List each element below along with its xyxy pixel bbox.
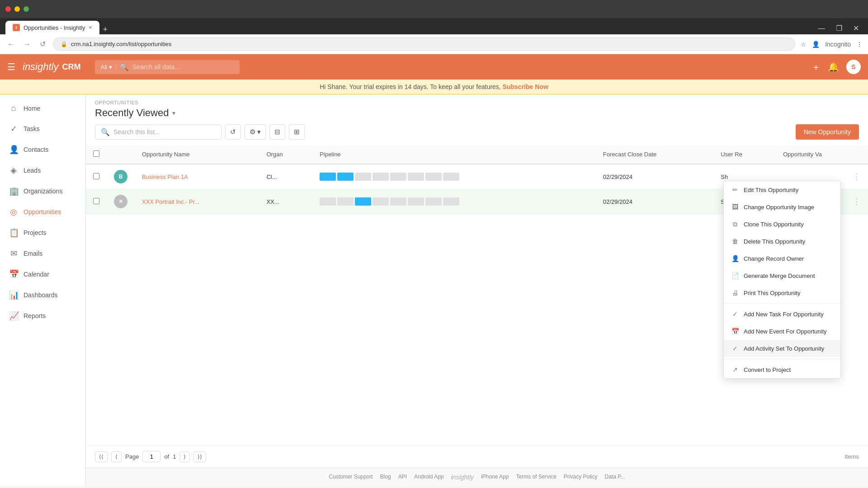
footer-terms[interactable]: Terms of Service	[516, 474, 556, 481]
sidebar-item-leads[interactable]: ◈ Leads	[0, 160, 85, 181]
col-close-date[interactable]: Forecast Close Date	[596, 145, 713, 164]
url-bar[interactable]: 🔒 crm.na1.insightly.com/list/opportuniti…	[53, 38, 795, 51]
add-event-icon: 📅	[731, 327, 739, 335]
menu-add-event[interactable]: 📅 Add New Event For Opportunity	[724, 323, 840, 340]
menu-edit-opportunity[interactable]: ✏ Edit This Opportunity	[724, 181, 840, 198]
new-tab-btn[interactable]: +	[99, 25, 112, 34]
refresh-list-btn[interactable]: ↺	[225, 124, 241, 140]
prev-page-btn[interactable]: ⟨	[111, 451, 122, 462]
subscribe-link[interactable]: Subscribe Now	[503, 83, 548, 90]
global-search-input[interactable]	[132, 63, 223, 70]
url-text: crm.na1.insightly.com/list/opportunities	[71, 41, 788, 47]
row-actions-btn[interactable]: ⋮	[853, 172, 861, 182]
user-avatar[interactable]: S	[846, 60, 861, 74]
pip-seg-3	[355, 173, 371, 181]
footer-logo: insightly	[451, 474, 474, 481]
menu-change-owner-label: Change Record Owner	[744, 255, 804, 262]
row-checkbox[interactable]	[93, 173, 99, 179]
menu-print-label: Print This Opportunity	[744, 290, 800, 296]
profile-icon[interactable]: 👤	[812, 41, 820, 48]
tab-close-btn[interactable]: ×	[89, 24, 92, 31]
menu-convert[interactable]: ↗ Convert to Project	[724, 361, 840, 378]
footer-android[interactable]: Android App	[414, 474, 443, 481]
last-page-btn[interactable]: ⟩⟩	[193, 451, 206, 462]
sidebar-item-dashboards[interactable]: 📊 Dashboards	[0, 285, 85, 305]
sidebar-item-reports[interactable]: 📈 Reports	[0, 305, 85, 326]
sidebar-item-organizations[interactable]: 🏢 Organizations	[0, 181, 85, 202]
select-all-checkbox[interactable]	[93, 150, 99, 157]
menu-change-owner[interactable]: 👤 Change Record Owner	[724, 250, 840, 267]
forward-btn[interactable]: →	[22, 38, 33, 50]
sidebar-item-emails[interactable]: ✉ Emails	[0, 243, 85, 264]
col-select-all[interactable]	[86, 145, 107, 164]
back-btn[interactable]: ←	[5, 38, 16, 50]
menu-add-task[interactable]: ✓ Add New Task For Opportunity	[724, 305, 840, 323]
menu-delete[interactable]: 🗑 Delete This Opportunity	[724, 233, 840, 250]
pip-seg-7	[425, 173, 442, 181]
first-page-btn[interactable]: ⟨⟨	[95, 451, 108, 462]
win-min-btn[interactable]	[14, 6, 20, 12]
add-icon[interactable]: ＋	[811, 61, 821, 73]
sidebar-item-tasks[interactable]: ✓ Tasks	[0, 118, 85, 139]
sidebar-item-opportunities[interactable]: ◎ Opportunities	[0, 202, 85, 222]
logo-text: insightly	[23, 61, 58, 73]
col-pipeline[interactable]: Pipeline	[312, 145, 595, 164]
menu-add-task-label: Add New Task For Opportunity	[744, 311, 824, 318]
next-page-btn[interactable]: ⟩	[179, 451, 190, 462]
menu-print[interactable]: 🖨 Print This Opportunity	[724, 284, 840, 301]
col-opportunity-name[interactable]: Opportunity Name	[135, 145, 259, 164]
row-close-date-cell: 02/29/2024	[596, 164, 713, 189]
pip-seg-5	[390, 173, 406, 181]
opportunities-icon: ◎	[9, 207, 18, 217]
win-close-btn[interactable]	[5, 6, 11, 12]
sidebar-opportunities-label: Opportunities	[24, 208, 61, 216]
opportunity-name-link[interactable]: Business Plan 1A	[142, 174, 188, 180]
menu-add-activity[interactable]: ✓ Add Activity Set To Opportunity	[724, 340, 840, 357]
search-all-btn[interactable]: All ▾	[100, 64, 116, 70]
win-minimize-btn[interactable]: —	[814, 23, 829, 34]
menu-icon[interactable]: ⋮	[856, 41, 863, 48]
trial-text: Hi Shane. Your trial expires in 14 days.…	[320, 83, 501, 90]
hamburger-btn[interactable]: ☰	[7, 61, 15, 72]
view-dropdown-btn[interactable]: ▾	[172, 109, 175, 117]
menu-add-activity-label: Add Activity Set To Opportunity	[744, 345, 824, 352]
notifications-icon[interactable]: 🔔	[828, 61, 839, 72]
columns-btn[interactable]: ⊞	[289, 124, 305, 140]
sidebar-tasks-label: Tasks	[24, 125, 40, 132]
contacts-icon: 👤	[9, 145, 18, 155]
footer-data[interactable]: Data P...	[605, 474, 625, 481]
footer-privacy[interactable]: Privacy Policy	[564, 474, 598, 481]
sidebar-item-projects[interactable]: 📋 Projects	[0, 222, 85, 243]
search-list[interactable]: 🔍	[95, 125, 222, 140]
search-list-input[interactable]	[113, 128, 204, 136]
settings-btn[interactable]: ⚙ ▾	[245, 124, 266, 140]
page-input[interactable]	[142, 451, 160, 462]
win-restore-btn[interactable]: ❐	[832, 22, 846, 34]
refresh-btn[interactable]: ↺	[38, 38, 47, 50]
new-opportunity-btn[interactable]: New Opportunity	[796, 124, 859, 140]
global-search[interactable]: All ▾ 🔍	[95, 60, 240, 74]
filter-btn[interactable]: ⊟	[269, 124, 285, 140]
menu-merge-doc[interactable]: 📄 Generate Merge Document	[724, 267, 840, 284]
col-user[interactable]: User Re	[713, 145, 776, 164]
row-actions-btn-2[interactable]: ⋮	[853, 197, 861, 206]
sidebar-item-calendar[interactable]: 📅 Calendar	[0, 264, 85, 285]
menu-clone[interactable]: ⧉ Clone This Opportunity	[724, 216, 840, 233]
row-checkbox-cell[interactable]	[86, 164, 107, 189]
footer-blog[interactable]: Blog	[380, 474, 391, 481]
active-tab[interactable]: I Opportunities - Insightly ×	[5, 21, 99, 34]
row-checkbox[interactable]	[93, 198, 99, 204]
menu-change-image[interactable]: 🖼 Change Opportunity Image	[724, 198, 840, 216]
sidebar-item-contacts[interactable]: 👤 Contacts	[0, 139, 85, 160]
footer-iphone[interactable]: iPhone App	[481, 474, 509, 481]
col-organ[interactable]: Organ	[259, 145, 312, 164]
win-close-x-btn[interactable]: ✕	[849, 22, 863, 34]
row-checkbox-cell[interactable]	[86, 189, 107, 214]
win-max-btn[interactable]	[24, 6, 29, 12]
col-value[interactable]: Opportunity Va	[776, 145, 868, 164]
footer-api[interactable]: API	[398, 474, 407, 481]
footer-customer-support[interactable]: Customer Support	[329, 474, 373, 481]
sidebar-item-home[interactable]: ⌂ Home	[0, 98, 85, 118]
bookmark-icon[interactable]: ☆	[801, 41, 807, 48]
opportunity-name-link-2[interactable]: XXX Portrait Inc.- Pr...	[142, 198, 199, 205]
